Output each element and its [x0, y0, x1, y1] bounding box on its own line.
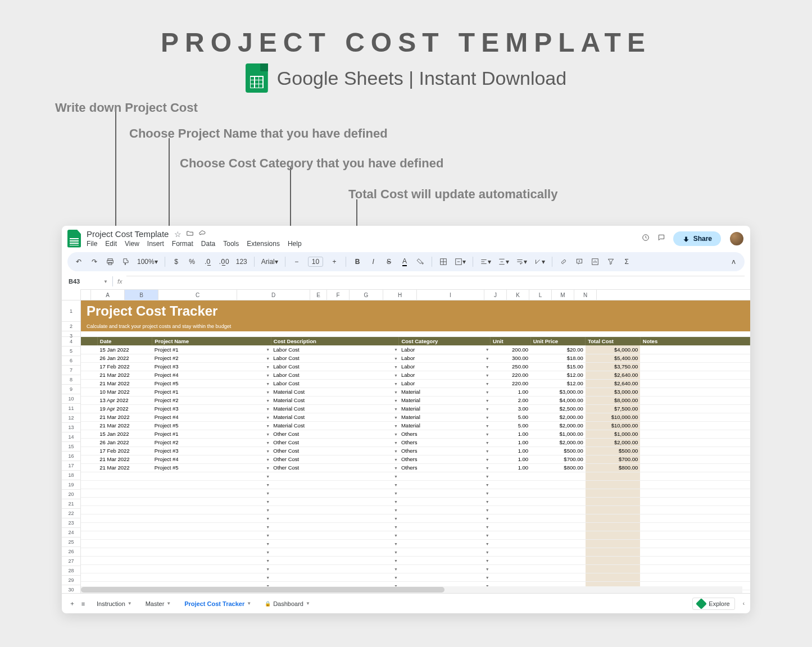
table-row[interactable]: ▼▼▼ — [81, 505, 750, 514]
insert-comment-button[interactable] — [575, 256, 584, 267]
row-header[interactable]: 18 — [62, 471, 80, 480]
row-header[interactable]: 20 — [62, 490, 80, 499]
col-header-B[interactable]: B — [125, 290, 158, 300]
table-header[interactable]: Date — [97, 337, 152, 345]
col-header-H[interactable]: H — [383, 290, 417, 300]
fill-color-button[interactable] — [416, 256, 425, 267]
table-row[interactable]: 15 Jan 2022Project #1▼Other Cost▼Others▼… — [81, 430, 750, 438]
comment-icon[interactable] — [657, 234, 665, 244]
table-row[interactable]: ▼▼▼ — [81, 548, 750, 556]
row-header[interactable]: 6 — [62, 356, 80, 366]
font-dropdown[interactable]: Arial ▾ — [261, 256, 278, 267]
sheet-tab[interactable]: 🔒Dashboard▼ — [258, 597, 317, 610]
move-to-drive-icon[interactable] — [186, 229, 194, 239]
table-row[interactable]: 21 Mar 2022Project #5▼Labor Cost▼Labor▼2… — [81, 379, 750, 388]
col-header-J[interactable]: J — [484, 290, 507, 300]
row-header[interactable]: 19 — [62, 480, 80, 490]
wrap-button[interactable]: ▾ — [516, 256, 527, 267]
row-header[interactable]: 30 — [62, 585, 80, 593]
table-row[interactable]: 21 Mar 2022Project #4▼Other Cost▼Others▼… — [81, 455, 750, 463]
menu-view[interactable]: View — [125, 240, 139, 248]
col-header-G[interactable]: G — [350, 290, 383, 300]
row-header[interactable]: 15 — [62, 442, 80, 452]
table-header[interactable]: Unit Price — [530, 337, 586, 345]
table-header[interactable]: Notes — [640, 337, 750, 345]
document-title[interactable]: Project Cost Template — [87, 229, 169, 239]
col-header-K[interactable]: K — [507, 290, 529, 300]
col-header-I[interactable]: I — [417, 290, 484, 300]
increase-decimal-button[interactable]: .0̲0 — [219, 256, 229, 267]
table-row[interactable]: 21 Mar 2022Project #5▼Other Cost▼Others▼… — [81, 463, 750, 472]
table-row[interactable]: ▼▼▼ — [81, 573, 750, 581]
col-header-A[interactable]: A — [91, 290, 125, 300]
col-header-M[interactable]: M — [552, 290, 574, 300]
table-row[interactable]: 21 Mar 2022Project #5▼Material Cost▼Mate… — [81, 421, 750, 430]
row-header[interactable]: 22 — [62, 509, 80, 518]
merge-button[interactable]: ▾ — [455, 256, 466, 267]
table-header[interactable]: Cost Description — [271, 337, 399, 345]
table-row[interactable]: ▼▼▼ — [81, 514, 750, 522]
functions-button[interactable]: Σ — [622, 256, 631, 267]
strikethrough-button[interactable]: S — [384, 256, 393, 267]
row-header[interactable]: 5 — [62, 347, 80, 356]
row-header[interactable]: 9 — [62, 385, 80, 394]
font-size-inc[interactable]: + — [330, 256, 339, 267]
table-row[interactable]: ▼▼▼ — [81, 522, 750, 531]
row-header[interactable]: 27 — [62, 557, 80, 566]
v-align-button[interactable]: ▾ — [498, 256, 509, 267]
menu-tools[interactable]: Tools — [223, 240, 239, 248]
insert-chart-button[interactable] — [591, 256, 600, 267]
table-row[interactable]: 13 Apr 2022Project #2▼Material Cost▼Mate… — [81, 396, 750, 404]
row-header[interactable]: 28 — [62, 566, 80, 576]
menu-data[interactable]: Data — [201, 240, 215, 248]
menu-format[interactable]: Format — [172, 240, 193, 248]
menu-insert[interactable]: Insert — [147, 240, 164, 248]
table-row[interactable]: ▼▼▼ — [81, 539, 750, 548]
table-header[interactable]: Total Cost — [586, 337, 641, 345]
currency-button[interactable]: $ — [172, 256, 181, 267]
h-align-button[interactable]: ▾ — [480, 256, 491, 267]
spreadsheet-grid[interactable]: 1234567891011121314151617181920212223242… — [62, 289, 750, 593]
row-header[interactable]: 16 — [62, 452, 80, 461]
filter-button[interactable] — [606, 256, 615, 267]
font-size-input[interactable]: 10 — [308, 257, 323, 267]
table-row[interactable]: ▼▼▼ — [81, 480, 750, 489]
name-box-dropdown[interactable]: ▼ — [103, 279, 108, 284]
explore-button[interactable]: Explore — [692, 598, 734, 610]
table-row[interactable]: 26 Jan 2022Project #2▼Labor Cost▼Labor▼3… — [81, 354, 750, 362]
table-row[interactable]: ▼▼▼ — [81, 497, 750, 505]
row-header[interactable]: 14 — [62, 432, 80, 442]
row-header[interactable]: 26 — [62, 547, 80, 557]
table-row[interactable]: 17 Feb 2022Project #3▼Other Cost▼Others▼… — [81, 446, 750, 455]
sheet-tab[interactable]: Master▼ — [139, 597, 178, 610]
italic-button[interactable]: I — [369, 256, 378, 267]
row-header[interactable]: 10 — [62, 394, 80, 404]
row-header[interactable]: 12 — [62, 413, 80, 423]
share-button[interactable]: Share — [673, 231, 721, 246]
table-row[interactable]: ▼▼▼ — [81, 564, 750, 573]
avatar[interactable] — [729, 231, 745, 247]
table-row[interactable]: 10 Mar 2022Project #1▼Material Cost▼Mate… — [81, 388, 750, 396]
rotate-text-button[interactable]: ▾ — [534, 256, 545, 267]
add-sheet-button[interactable]: ＋ — [67, 598, 76, 609]
percent-button[interactable]: % — [188, 256, 197, 267]
font-size-dec[interactable]: − — [292, 256, 301, 267]
row-header[interactable]: 17 — [62, 461, 80, 471]
row-header[interactable]: 3 — [62, 331, 80, 337]
print-button[interactable] — [106, 256, 115, 267]
row-header[interactable]: 8 — [62, 375, 80, 385]
col-header-N[interactable]: N — [574, 290, 597, 300]
formula-bar[interactable] — [126, 276, 745, 287]
menu-edit[interactable]: Edit — [105, 240, 117, 248]
table-row[interactable]: ▼▼▼ — [81, 489, 750, 497]
menu-file[interactable]: File — [87, 240, 97, 248]
link-button[interactable] — [559, 256, 568, 267]
sheet-tab[interactable]: Project Cost Tracker▼ — [178, 597, 258, 610]
decrease-decimal-button[interactable]: .0̲ — [203, 256, 212, 267]
table-row[interactable]: 17 Feb 2022Project #3▼Labor Cost▼Labor▼2… — [81, 362, 750, 371]
col-header-C[interactable]: C — [158, 290, 237, 300]
table-row[interactable]: 26 Jan 2022Project #2▼Other Cost▼Others▼… — [81, 438, 750, 446]
row-header[interactable]: 29 — [62, 576, 80, 585]
col-header-E[interactable]: E — [310, 290, 327, 300]
redo-button[interactable]: ↷ — [90, 256, 99, 267]
